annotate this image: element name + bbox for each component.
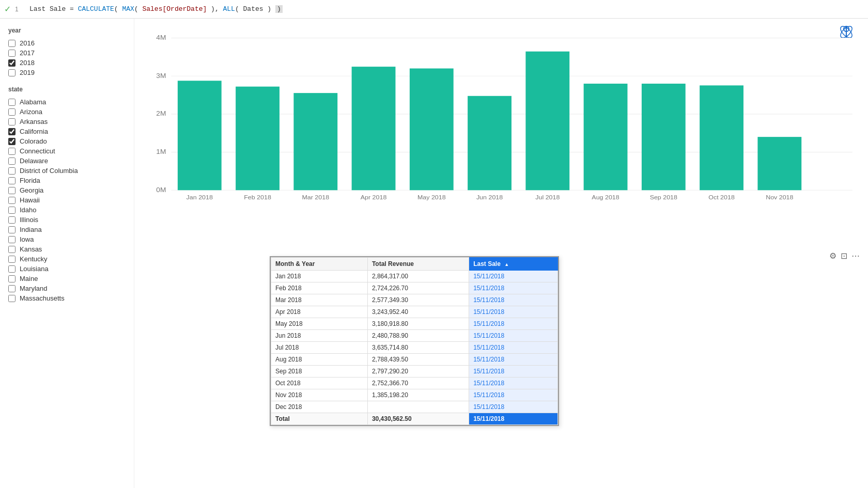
cell-revenue: 2,788,439.50 bbox=[367, 354, 469, 366]
cell-month: Sep 2018 bbox=[271, 366, 368, 377]
state-checkbox-alabama[interactable] bbox=[8, 99, 16, 106]
state-checkbox-district-of-columbia[interactable] bbox=[8, 167, 16, 175]
state-label-kansas: Kansas bbox=[20, 245, 42, 253]
state-checkbox-arizona[interactable] bbox=[8, 108, 16, 116]
state-checkbox-colorado[interactable] bbox=[8, 138, 16, 145]
table-row: Mar 20182,577,349.3015/11/2018 bbox=[271, 294, 558, 306]
cell-month: Mar 2018 bbox=[271, 294, 368, 306]
state-checkbox-kansas[interactable] bbox=[8, 246, 16, 253]
state-option-georgia[interactable]: Georgia bbox=[8, 185, 126, 195]
content-area: 4M 3M 2M 1M 0M Jan 2018 bbox=[134, 19, 868, 488]
bar-oct[interactable] bbox=[700, 85, 743, 190]
state-checkbox-florida[interactable] bbox=[8, 177, 16, 184]
state-checkbox-idaho[interactable] bbox=[8, 207, 16, 214]
col-header-lastsale[interactable]: Last Sale ▲ bbox=[469, 258, 558, 271]
state-checkbox-delaware[interactable] bbox=[8, 158, 16, 165]
bar-aug[interactable] bbox=[584, 84, 628, 190]
bar-sep[interactable] bbox=[642, 84, 686, 190]
year-option-2016[interactable]: 2016 bbox=[8, 38, 126, 48]
state-option-louisiana[interactable]: Louisiana bbox=[8, 264, 126, 274]
chart-svg: 4M 3M 2M 1M 0M Jan 2018 bbox=[147, 31, 856, 207]
state-option-hawaii[interactable]: Hawaii bbox=[8, 195, 126, 205]
state-checkbox-louisiana[interactable] bbox=[8, 265, 16, 273]
bar-apr[interactable] bbox=[352, 67, 396, 190]
sort-arrow: ▲ bbox=[504, 262, 509, 267]
cell-revenue: 3,635,714.80 bbox=[367, 342, 469, 354]
state-checkbox-indiana[interactable] bbox=[8, 226, 16, 233]
state-label-arizona: Arizona bbox=[20, 108, 42, 116]
state-option-alabama[interactable]: Alabama bbox=[8, 97, 126, 107]
state-option-florida[interactable]: Florida bbox=[8, 176, 126, 185]
cell-revenue: 2,752,366.70 bbox=[367, 377, 469, 389]
state-checkbox-arkansas[interactable] bbox=[8, 118, 16, 125]
state-option-california[interactable]: California bbox=[8, 127, 126, 136]
table-row: Dec 201815/11/2018 bbox=[271, 401, 558, 413]
table-row: Jul 20183,635,714.8015/11/2018 bbox=[271, 342, 558, 354]
svg-text:Aug 2018: Aug 2018 bbox=[592, 194, 619, 201]
year-option-2017[interactable]: 2017 bbox=[8, 48, 126, 58]
state-option-maine[interactable]: Maine bbox=[8, 274, 126, 284]
state-filter-title: state bbox=[8, 86, 126, 93]
table-row: Nov 20181,385,198.2015/11/2018 bbox=[271, 389, 558, 401]
bar-nov[interactable] bbox=[757, 137, 801, 190]
year-label-2019: 2019 bbox=[20, 69, 35, 76]
formula-bar: ✓ 1 Last Sale = CALCULATE( MAX( Sales[Or… bbox=[0, 0, 868, 19]
more-icon[interactable]: ⋯ bbox=[851, 251, 860, 261]
state-option-delaware[interactable]: Delaware bbox=[8, 156, 126, 166]
bar-mar[interactable] bbox=[293, 93, 337, 190]
state-checkboxes: AlabamaArizonaArkansasCaliforniaColorado… bbox=[8, 97, 126, 303]
state-option-colorado[interactable]: Colorado bbox=[8, 136, 126, 146]
state-option-kentucky[interactable]: Kentucky bbox=[8, 254, 126, 264]
year-option-2018[interactable]: 2018 bbox=[8, 58, 126, 68]
state-label-district-of-columbia: District of Columbia bbox=[20, 167, 78, 175]
filter-icon[interactable]: ⚙ bbox=[829, 251, 836, 261]
state-checkbox-connecticut[interactable] bbox=[8, 148, 16, 155]
state-label-arkansas: Arkansas bbox=[20, 118, 48, 125]
state-checkbox-iowa[interactable] bbox=[8, 236, 16, 243]
state-checkbox-illinois[interactable] bbox=[8, 216, 16, 224]
svg-text:4M: 4M bbox=[156, 34, 166, 41]
state-option-indiana[interactable]: Indiana bbox=[8, 225, 126, 234]
year-label-2016: 2016 bbox=[20, 39, 35, 47]
cell-month: Dec 2018 bbox=[271, 401, 368, 413]
state-option-iowa[interactable]: Iowa bbox=[8, 234, 126, 244]
year-checkbox-2019[interactable] bbox=[8, 69, 16, 76]
bar-jan[interactable] bbox=[178, 81, 222, 190]
bar-may[interactable] bbox=[410, 69, 454, 191]
formula-dates: Dates bbox=[243, 5, 264, 13]
state-option-district-of-columbia[interactable]: District of Columbia bbox=[8, 166, 126, 176]
year-checkbox-2018[interactable] bbox=[8, 59, 16, 67]
cell-last-sale: 15/11/2018 bbox=[469, 271, 558, 282]
state-checkbox-georgia[interactable] bbox=[8, 187, 16, 194]
table-row: Jan 20182,864,317.0015/11/2018 bbox=[271, 271, 558, 282]
state-option-arizona[interactable]: Arizona bbox=[8, 107, 126, 117]
state-checkbox-kentucky[interactable] bbox=[8, 256, 16, 263]
state-option-connecticut[interactable]: Connecticut bbox=[8, 146, 126, 156]
col-header-revenue: Total Revenue bbox=[367, 258, 469, 271]
state-option-illinois[interactable]: Illinois bbox=[8, 215, 126, 225]
state-checkbox-california[interactable] bbox=[8, 128, 16, 135]
year-option-2019[interactable]: 2019 bbox=[8, 68, 126, 77]
table-row: Oct 20182,752,366.7015/11/2018 bbox=[271, 377, 558, 389]
state-option-massachusetts[interactable]: Massachusetts bbox=[8, 293, 126, 303]
state-option-kansas[interactable]: Kansas bbox=[8, 244, 126, 254]
state-checkbox-hawaii[interactable] bbox=[8, 197, 16, 204]
formula-calculate: CALCULATE bbox=[78, 5, 114, 13]
year-filter-title: Year bbox=[8, 27, 126, 34]
cell-revenue: 2,864,317.00 bbox=[367, 271, 469, 282]
state-checkbox-maine[interactable] bbox=[8, 275, 16, 282]
state-option-idaho[interactable]: Idaho bbox=[8, 205, 126, 215]
bar-feb[interactable] bbox=[236, 87, 280, 191]
formula-checkmark[interactable]: ✓ bbox=[4, 4, 11, 14]
cell-month: Jul 2018 bbox=[271, 342, 368, 354]
year-checkbox-2017[interactable] bbox=[8, 50, 16, 57]
focus-icon[interactable]: ⊡ bbox=[841, 251, 847, 261]
state-option-arkansas[interactable]: Arkansas bbox=[8, 117, 126, 127]
state-option-maryland[interactable]: Maryland bbox=[8, 284, 126, 293]
state-checkbox-maryland[interactable] bbox=[8, 285, 16, 292]
state-checkbox-massachusetts[interactable] bbox=[8, 295, 16, 302]
year-checkbox-2016[interactable] bbox=[8, 40, 16, 47]
bar-jun[interactable] bbox=[468, 96, 512, 190]
cell-revenue: 2,480,788.90 bbox=[367, 330, 469, 342]
bar-jul[interactable] bbox=[525, 52, 569, 191]
